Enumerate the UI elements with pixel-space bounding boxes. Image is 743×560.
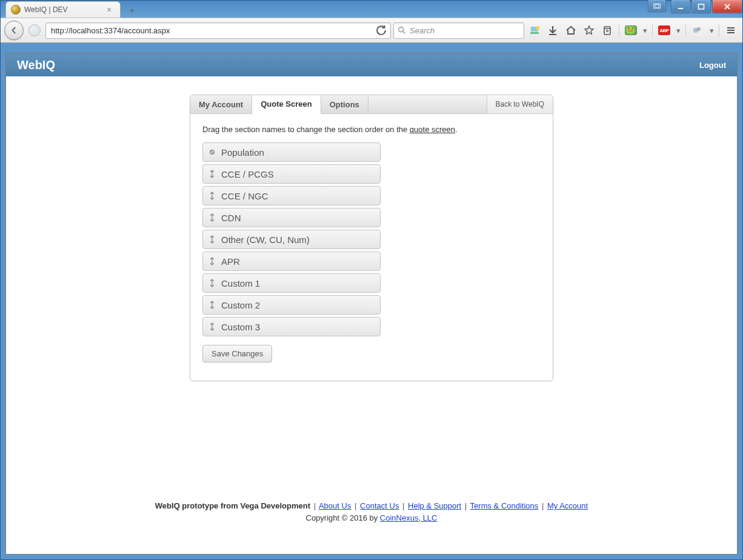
section-item-label: APR	[221, 256, 240, 267]
instructions-text: Drag the section names to change the sec…	[202, 125, 541, 134]
tab-my-account[interactable]: My Account	[190, 95, 252, 113]
svg-point-6	[399, 27, 404, 32]
quote-screen-link[interactable]: quote screen	[410, 125, 455, 134]
url-text: http://localhost:3374/account.aspx	[51, 26, 170, 35]
instructions-suffix: .	[455, 125, 458, 134]
svg-point-17	[697, 27, 701, 31]
search-icon	[398, 26, 406, 35]
drag-handle-icon	[208, 213, 216, 222]
pinned-icon	[208, 148, 216, 156]
section-order-list: PopulationCCE / PCGSCCE / NGCCDNOther (C…	[202, 142, 381, 336]
svg-rect-8	[530, 32, 539, 34]
section-item[interactable]: APR	[202, 252, 381, 271]
footer-copyright-link[interactable]: CoinNexus, LLC	[380, 513, 438, 522]
section-item[interactable]: Custom 1	[202, 273, 381, 293]
section-item-label: CCE / PCGS	[221, 169, 274, 179]
library-button[interactable]	[599, 22, 615, 38]
footer-about-link[interactable]: About Us	[319, 501, 351, 510]
drag-handle-icon	[208, 235, 216, 244]
identity-globe-icon[interactable]	[28, 24, 41, 36]
search-bar[interactable]: Search	[393, 22, 524, 39]
section-item-label: Custom 1	[221, 278, 260, 288]
search-placeholder: Search	[410, 26, 435, 35]
section-item-label: Population	[221, 147, 264, 158]
nav-back-button[interactable]	[4, 21, 24, 40]
adblock-dropdown[interactable]: ▾	[675, 26, 682, 35]
toolbar-separator	[685, 24, 686, 36]
toolbar-separator	[652, 24, 653, 36]
footer-terms-link[interactable]: Terms & Conditions	[470, 501, 539, 510]
footer-help-link[interactable]: Help & Support	[408, 501, 461, 510]
section-item[interactable]: Custom 2	[202, 295, 381, 315]
bookmark-star-button[interactable]	[581, 22, 597, 38]
footer-copyright-prefix: Copyright © 2016 by	[306, 513, 380, 522]
new-tab-button[interactable]: +	[124, 4, 140, 18]
tab-close-button[interactable]: ×	[104, 5, 114, 15]
addon-misc-dropdown[interactable]: ▾	[708, 26, 715, 35]
section-item-label: CDN	[221, 213, 241, 223]
section-item-label: Other (CW, CU, Num)	[221, 235, 310, 245]
footer-contact-link[interactable]: Contact Us	[360, 501, 399, 510]
save-changes-button[interactable]: Save Changes	[202, 345, 272, 362]
toolbar-separator	[719, 24, 719, 36]
drag-handle-icon	[208, 170, 216, 178]
addon-slick-dropdown[interactable]: ▾	[641, 26, 648, 35]
tab-options[interactable]: Options	[321, 95, 368, 113]
section-item: Population	[202, 142, 381, 162]
addon-misc-icon[interactable]	[690, 22, 705, 38]
back-to-webiq-link[interactable]: Back to WebIQ	[487, 95, 553, 113]
svg-line-7	[403, 32, 405, 34]
downloads-button[interactable]	[527, 22, 542, 38]
addon-slick-icon[interactable]	[623, 22, 639, 38]
section-item[interactable]: CCE / NGC	[202, 186, 381, 205]
drag-handle-icon	[208, 192, 216, 200]
adblock-plus-button[interactable]: ABP	[656, 22, 672, 38]
section-item-label: Custom 3	[221, 322, 260, 332]
app-header: WebIQ Logout	[6, 53, 737, 76]
drag-handle-icon	[208, 279, 216, 287]
home-button[interactable]	[563, 22, 579, 38]
settings-panel: My Account Quote Screen Options Back to …	[190, 95, 553, 381]
section-item[interactable]: Custom 3	[202, 317, 381, 336]
section-item[interactable]: Other (CW, CU, Num)	[202, 230, 381, 249]
section-item-label: CCE / NGC	[221, 191, 268, 201]
toolbar-separator	[619, 24, 619, 36]
logout-link[interactable]: Logout	[699, 61, 726, 70]
instructions-prefix: Drag the section names to change the sec…	[202, 125, 410, 134]
drag-handle-icon	[208, 322, 216, 331]
section-item-label: Custom 2	[221, 300, 260, 310]
drag-handle-icon	[208, 301, 216, 309]
download-arrow-icon[interactable]	[545, 22, 561, 38]
app-title: WebIQ	[17, 58, 55, 72]
tab-quote-screen[interactable]: Quote Screen	[252, 95, 321, 114]
drag-handle-icon	[208, 257, 216, 265]
reload-button[interactable]	[375, 24, 388, 37]
footer-account-link[interactable]: My Account	[547, 501, 588, 510]
hamburger-menu-button[interactable]	[723, 22, 739, 38]
section-item[interactable]: CDN	[202, 208, 381, 227]
section-item[interactable]: CCE / PCGS	[202, 164, 381, 184]
url-bar[interactable]: http://localhost:3374/account.aspx	[45, 22, 391, 39]
browser-tab-title: WebIQ | DEV	[24, 5, 68, 14]
footer-lead: WebIQ prototype from Vega Development	[155, 501, 310, 510]
page-footer: WebIQ prototype from Vega Development | …	[6, 500, 737, 524]
favicon-icon	[11, 5, 21, 15]
browser-tab[interactable]: WebIQ | DEV ×	[5, 1, 121, 18]
svg-point-10	[536, 26, 539, 30]
